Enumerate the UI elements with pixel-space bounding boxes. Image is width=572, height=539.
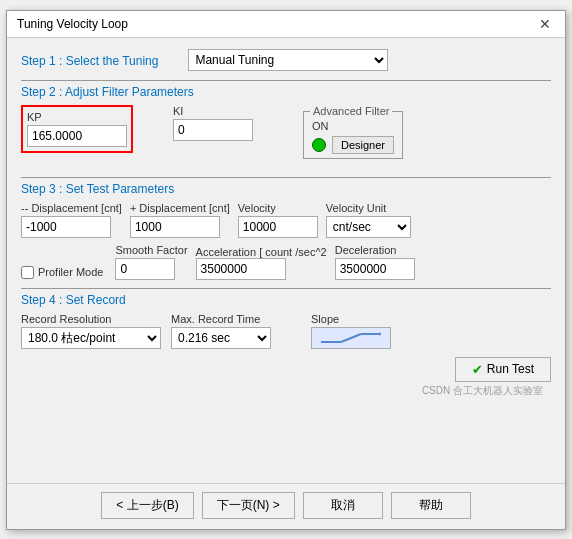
step1-row: Step 1 : Select the Tuning Manual Tuning — [21, 48, 551, 72]
advanced-filter-legend: Advanced Filter — [310, 105, 392, 117]
record-resolution-select[interactable]: 180.0 枯ec/point 360.0 枯ec/point — [21, 327, 161, 349]
neg-displacement-col: -- Displacement [cnt] -1000 — [21, 202, 122, 238]
max-record-time-label: Max. Record Time — [171, 313, 271, 325]
deceleration-col: Deceleration 3500000 — [335, 244, 415, 280]
slope-display — [311, 327, 391, 349]
step4-label: Step 4 : Set Record — [21, 293, 126, 307]
advanced-filter-container: Advanced Filter ON Designer — [303, 105, 403, 159]
kp-box: KP 165.0000 — [21, 105, 133, 153]
watermark: CSDN 合工大机器人实验室 — [21, 382, 551, 400]
acceleration-label: Acceleration [ count /sec^2 — [196, 246, 327, 258]
step3-row1: -- Displacement [cnt] -1000 + Displaceme… — [21, 202, 551, 238]
smooth-factor-input[interactable]: 0 — [115, 258, 175, 280]
help-button[interactable]: 帮助 — [391, 492, 471, 519]
slope-icon — [321, 330, 381, 346]
deceleration-label: Deceleration — [335, 244, 415, 256]
step1-label: Step 1 : Select the Tuning — [21, 54, 158, 68]
neg-displacement-input[interactable]: -1000 — [21, 216, 111, 238]
slope-col: Slope — [311, 313, 391, 349]
step2-fields-row: KP 165.0000 KI 0 Advanced Filter ON — [21, 105, 551, 159]
max-record-time-col: Max. Record Time 0.216 sec 0.432 sec 1.0… — [171, 313, 271, 349]
run-test-label: Run Test — [487, 362, 534, 376]
acceleration-input[interactable]: 3500000 — [196, 258, 286, 280]
profiler-mode-container: Profiler Mode — [21, 266, 103, 280]
cancel-button[interactable]: 取消 — [303, 492, 383, 519]
spacer — [21, 167, 551, 177]
pos-displacement-input[interactable]: 1000 — [130, 216, 220, 238]
ki-label: KI — [173, 105, 253, 117]
dialog-title: Tuning Velocity Loop — [17, 17, 128, 31]
next-button[interactable]: 下一页(N) > — [202, 492, 295, 519]
neg-displacement-label: -- Displacement [cnt] — [21, 202, 122, 214]
checkmark-icon: ✔ — [472, 362, 483, 377]
velocity-unit-select[interactable]: cnt/sec rpm mm/sec — [326, 216, 411, 238]
step3-row2: Profiler Mode Smooth Factor 0 Accelerati… — [21, 244, 551, 280]
filter-btn-row: Designer — [312, 136, 394, 154]
green-dot-icon — [312, 138, 326, 152]
record-resolution-label: Record Resolution — [21, 313, 161, 325]
pos-displacement-label: + Displacement [cnt] — [130, 202, 230, 214]
step3-label: Step 3 : Set Test Parameters — [21, 182, 174, 196]
max-record-time-select[interactable]: 0.216 sec 0.432 sec 1.0 sec — [171, 327, 271, 349]
bottom-bar: < 上一步(B) 下一页(N) > 取消 帮助 — [7, 483, 565, 529]
step3-section: Step 3 : Set Test Parameters -- Displace… — [21, 177, 551, 280]
profiler-mode-label: Profiler Mode — [38, 266, 103, 278]
ki-input[interactable]: 0 — [173, 119, 253, 141]
step2-section: Step 2 : Adjust Filter Parameters KP 165… — [21, 80, 551, 159]
smooth-factor-label: Smooth Factor — [115, 244, 187, 256]
acceleration-col: Acceleration [ count /sec^2 3500000 — [196, 246, 327, 280]
kp-input[interactable]: 165.0000 — [27, 125, 127, 147]
smooth-factor-col: Smooth Factor 0 — [115, 244, 187, 280]
step4-row: Record Resolution 180.0 枯ec/point 360.0 … — [21, 313, 551, 349]
pos-displacement-col: + Displacement [cnt] 1000 — [130, 202, 230, 238]
run-test-row: ✔ Run Test — [21, 357, 551, 382]
dialog-content: Step 1 : Select the Tuning Manual Tuning… — [7, 38, 565, 483]
step2-label: Step 2 : Adjust Filter Parameters — [21, 85, 194, 99]
prev-button[interactable]: < 上一步(B) — [101, 492, 193, 519]
designer-button[interactable]: Designer — [332, 136, 394, 154]
velocity-unit-label: Velocity Unit — [326, 202, 411, 214]
advanced-filter-box: Advanced Filter ON Designer — [303, 111, 403, 159]
profiler-mode-checkbox[interactable] — [21, 266, 34, 279]
record-resolution-col: Record Resolution 180.0 枯ec/point 360.0 … — [21, 313, 161, 349]
filter-on-row: ON — [312, 120, 329, 132]
ki-col: KI 0 — [173, 105, 253, 141]
deceleration-input[interactable]: 3500000 — [335, 258, 415, 280]
velocity-unit-col: Velocity Unit cnt/sec rpm mm/sec — [326, 202, 411, 238]
run-test-button[interactable]: ✔ Run Test — [455, 357, 551, 382]
velocity-col: Velocity 10000 — [238, 202, 318, 238]
svg-marker-3 — [379, 332, 381, 336]
velocity-input[interactable]: 10000 — [238, 216, 318, 238]
kp-label: KP — [27, 111, 127, 123]
tuning-mode-select[interactable]: Manual Tuning — [188, 49, 388, 71]
close-button[interactable]: ✕ — [535, 16, 555, 32]
title-bar: Tuning Velocity Loop ✕ — [7, 11, 565, 38]
step4-section: Step 4 : Set Record Record Resolution 18… — [21, 288, 551, 349]
svg-line-1 — [341, 334, 361, 342]
on-label: ON — [312, 120, 329, 132]
velocity-label: Velocity — [238, 202, 318, 214]
tuning-velocity-loop-dialog: Tuning Velocity Loop ✕ Step 1 : Select t… — [6, 10, 566, 530]
slope-label: Slope — [311, 313, 391, 325]
